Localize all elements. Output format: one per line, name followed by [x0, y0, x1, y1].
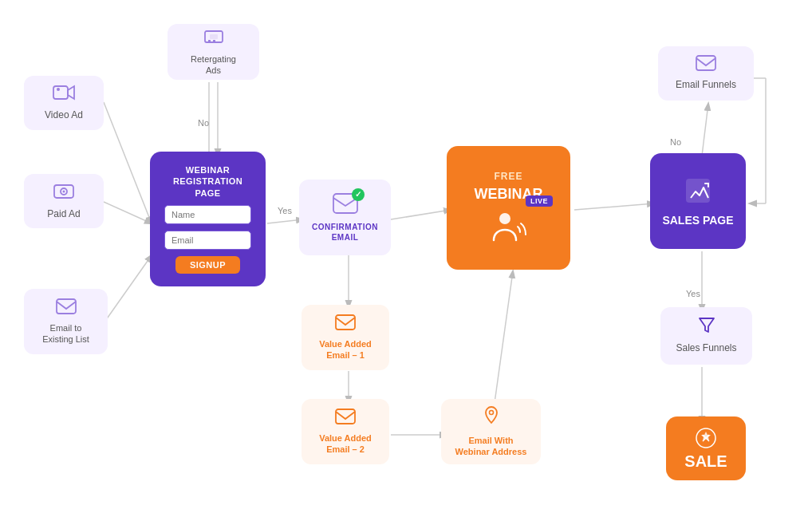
- value-email-1-label: Value AddedEmail – 1: [319, 338, 372, 361]
- webinar-person-icon: [489, 212, 529, 246]
- video-ad-node: Video Ad: [24, 76, 104, 130]
- email-webinar-address-icon: [483, 406, 500, 430]
- sale-node: SALE: [666, 416, 746, 480]
- svg-rect-33: [696, 56, 715, 70]
- sales-funnels-label: Sales Funnels: [676, 342, 736, 355]
- email-existing-box: Email toExisting List: [24, 289, 108, 354]
- svg-line-10: [495, 271, 513, 403]
- sale-label: SALE: [684, 452, 727, 471]
- svg-point-22: [63, 191, 65, 193]
- svg-line-2: [104, 255, 152, 323]
- retargeting-box: RetergatingAds: [168, 24, 259, 80]
- value-email-1-node: Value AddedEmail – 1: [302, 305, 389, 370]
- value-email-2-box: Value AddedEmail – 2: [302, 399, 389, 464]
- email-funnels-node: Email Funnels: [658, 46, 754, 101]
- retargeting-node: RetergatingAds: [168, 24, 259, 80]
- paid-ad-label: Paid Ad: [47, 208, 80, 221]
- email-existing-node: Email toExisting List: [24, 289, 108, 354]
- svg-rect-31: [336, 409, 355, 424]
- svg-line-0: [104, 102, 152, 223]
- no-retargeting-label: No: [198, 118, 209, 128]
- value-email-2-icon: [335, 409, 356, 428]
- email-input[interactable]: [164, 231, 251, 250]
- email-existing-label: Email toExisting List: [42, 322, 89, 345]
- email-funnels-label: Email Funnels: [676, 79, 736, 92]
- free-label: FREE: [494, 171, 522, 182]
- live-badge: LIVE: [526, 195, 553, 207]
- sales-page-icon: [683, 176, 713, 209]
- svg-line-1: [104, 202, 152, 223]
- signup-button[interactable]: SIGNUP: [175, 256, 240, 274]
- svg-rect-30: [336, 315, 355, 330]
- flowchart-canvas: Video Ad Paid Ad Email toExis: [0, 0, 812, 525]
- svg-rect-26: [208, 40, 211, 42]
- video-ad-box: Video Ad: [24, 76, 104, 130]
- sales-page-label: SALES PAGE: [662, 214, 733, 227]
- value-email-1-box: Value AddedEmail – 1: [302, 305, 389, 370]
- svg-point-29: [499, 213, 510, 224]
- value-email-1-icon: [335, 314, 356, 334]
- webinar-reg-box: WEBINARREGISTRATION PAGE SIGNUP: [150, 152, 266, 286]
- email-webinar-address-box: Email WithWebinar Address: [441, 399, 541, 464]
- svg-line-5: [267, 219, 303, 223]
- email-funnels-icon: [696, 55, 716, 74]
- paid-ad-box: Paid Ad: [24, 174, 104, 228]
- svg-line-11: [574, 203, 654, 210]
- value-email-2-label: Value AddedEmail – 2: [319, 432, 372, 456]
- email-webinar-address-node: Email WithWebinar Address: [441, 399, 541, 464]
- sales-funnels-node: Sales Funnels: [660, 307, 752, 365]
- confirmation-email-box: ✓ CONFIRMATIONEMAIL: [299, 180, 391, 255]
- free-webinar-box: FREE WEBINAR LIVE: [447, 146, 570, 270]
- retargeting-icon: [203, 28, 224, 49]
- sales-funnels-box: Sales Funnels: [660, 307, 752, 365]
- svg-line-6: [391, 210, 451, 219]
- svg-rect-23: [57, 299, 76, 314]
- svg-rect-18: [53, 86, 68, 99]
- paid-ad-node: Paid Ad: [24, 174, 104, 228]
- svg-rect-25: [210, 34, 218, 39]
- email-funnels-box: Email Funnels: [658, 46, 754, 101]
- sales-funnels-icon: [698, 317, 715, 338]
- value-email-2-node: Value AddedEmail – 2: [302, 399, 389, 464]
- free-webinar-node: FREE WEBINAR LIVE: [447, 146, 570, 270]
- name-input[interactable]: [164, 205, 251, 224]
- webinar-reg-title: WEBINARREGISTRATION PAGE: [164, 164, 251, 199]
- confirmation-email-node: ✓ CONFIRMATIONEMAIL: [299, 180, 391, 255]
- no-email-funnels-label: No: [670, 137, 681, 147]
- svg-rect-27: [213, 40, 215, 42]
- sale-box: SALE: [666, 416, 746, 480]
- svg-rect-34: [686, 179, 710, 203]
- sale-icon: [695, 427, 717, 452]
- retargeting-label: RetergatingAds: [191, 53, 236, 77]
- webinar-reg-node: WEBINARREGISTRATION PAGE SIGNUP: [150, 152, 266, 286]
- svg-point-19: [57, 88, 60, 91]
- sales-page-box: SALES PAGE: [650, 153, 746, 249]
- sales-page-node: SALES PAGE: [650, 153, 746, 249]
- video-ad-icon: [53, 84, 75, 105]
- email-existing-icon: [56, 298, 77, 318]
- yes-confirmation-label: Yes: [278, 206, 292, 215]
- video-ad-label: Video Ad: [45, 109, 83, 122]
- confirmation-email-label: CONFIRMATIONEMAIL: [312, 222, 378, 243]
- email-webinar-address-label: Email WithWebinar Address: [455, 435, 527, 458]
- svg-line-12: [702, 104, 708, 156]
- yes-sales-funnels-label: Yes: [686, 289, 700, 298]
- confirmation-email-icon: ✓: [333, 193, 358, 217]
- paid-ad-icon: [53, 181, 74, 203]
- svg-point-32: [489, 410, 493, 414]
